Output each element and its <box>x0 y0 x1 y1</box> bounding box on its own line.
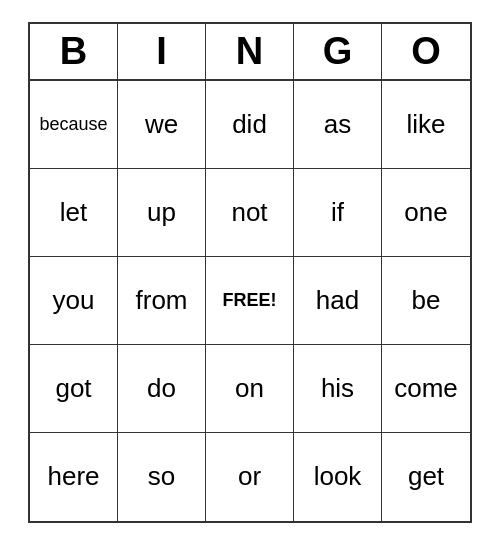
header-cell-o: O <box>382 24 470 79</box>
bingo-cell-r2-c2: FREE! <box>206 257 294 345</box>
bingo-cell-r4-c3: look <box>294 433 382 521</box>
bingo-header: BINGO <box>30 24 470 81</box>
bingo-cell-r0-c2: did <box>206 81 294 169</box>
bingo-cell-r2-c3: had <box>294 257 382 345</box>
bingo-cell-r2-c1: from <box>118 257 206 345</box>
header-cell-n: N <box>206 24 294 79</box>
bingo-cell-r4-c0: here <box>30 433 118 521</box>
bingo-grid: becausewedidaslikeletupnotifoneyoufromFR… <box>30 81 470 521</box>
bingo-cell-r2-c4: be <box>382 257 470 345</box>
bingo-cell-r0-c4: like <box>382 81 470 169</box>
bingo-cell-r4-c4: get <box>382 433 470 521</box>
bingo-cell-r4-c2: or <box>206 433 294 521</box>
bingo-card: BINGO becausewedidaslikeletupnotifoneyou… <box>28 22 472 523</box>
header-cell-b: B <box>30 24 118 79</box>
bingo-cell-r3-c0: got <box>30 345 118 433</box>
bingo-cell-r1-c2: not <box>206 169 294 257</box>
header-cell-i: I <box>118 24 206 79</box>
bingo-cell-r1-c3: if <box>294 169 382 257</box>
bingo-cell-r3-c1: do <box>118 345 206 433</box>
header-cell-g: G <box>294 24 382 79</box>
bingo-cell-r3-c3: his <box>294 345 382 433</box>
bingo-cell-r1-c4: one <box>382 169 470 257</box>
bingo-cell-r4-c1: so <box>118 433 206 521</box>
bingo-cell-r1-c1: up <box>118 169 206 257</box>
bingo-cell-r1-c0: let <box>30 169 118 257</box>
bingo-cell-r3-c4: come <box>382 345 470 433</box>
bingo-cell-r0-c3: as <box>294 81 382 169</box>
bingo-cell-r0-c1: we <box>118 81 206 169</box>
bingo-cell-r2-c0: you <box>30 257 118 345</box>
bingo-cell-r3-c2: on <box>206 345 294 433</box>
bingo-cell-r0-c0: because <box>30 81 118 169</box>
